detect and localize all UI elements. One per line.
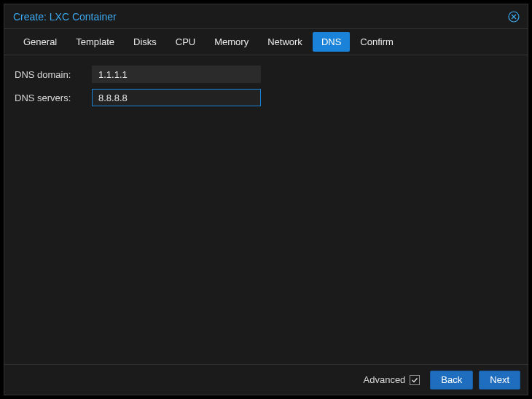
advanced-label: Advanced [364,374,406,385]
tab-memory[interactable]: Memory [206,32,257,52]
tab-dns[interactable]: DNS [313,32,350,52]
dns-servers-input[interactable] [92,89,261,106]
dns-servers-label: DNS servers: [15,92,92,103]
advanced-checkbox[interactable] [410,375,420,385]
titlebar: Create: LXC Container [4,4,528,29]
footer: Advanced Back Next [4,364,528,395]
advanced-toggle[interactable]: Advanced [364,374,420,385]
dns-domain-label: DNS domain: [15,69,92,80]
tab-confirm[interactable]: Confirm [351,32,402,52]
close-icon[interactable] [507,10,520,23]
wizard-tabbar: General Template Disks CPU Memory Networ… [4,29,528,55]
tab-cpu[interactable]: CPU [167,32,204,52]
create-lxc-container-dialog: Create: LXC Container General Template D… [4,4,528,395]
tab-general[interactable]: General [15,32,66,52]
window-title: Create: LXC Container [13,11,117,23]
tab-network[interactable]: Network [259,32,311,52]
dns-domain-input[interactable] [92,66,261,83]
dns-servers-row: DNS servers: [15,89,517,106]
next-button[interactable]: Next [479,371,520,390]
dns-panel: DNS domain: DNS servers: [4,55,528,364]
tab-disks[interactable]: Disks [125,32,165,52]
tab-template[interactable]: Template [67,32,123,52]
back-button[interactable]: Back [430,371,473,390]
dns-domain-row: DNS domain: [15,66,517,83]
